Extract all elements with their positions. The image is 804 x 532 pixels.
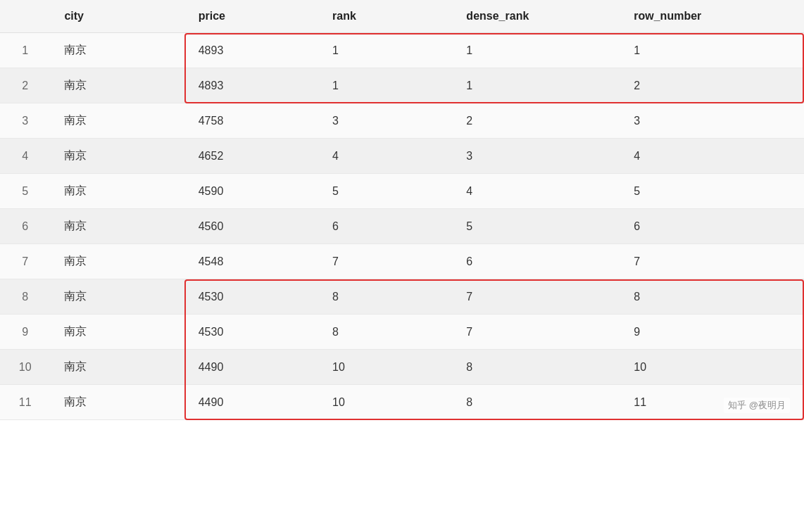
cell-row-number: 6 xyxy=(620,209,804,244)
cell-city: 南京 xyxy=(50,209,184,244)
cell-index: 6 xyxy=(0,209,50,244)
cell-price: 4893 xyxy=(184,68,318,103)
cell-row-number: 2 xyxy=(620,68,804,103)
cell-row-number: 8 xyxy=(620,279,804,315)
cell-dense-rank: 1 xyxy=(452,68,620,103)
cell-price: 4490 xyxy=(184,385,318,420)
cell-dense-rank: 7 xyxy=(452,315,620,350)
table-row: 9南京4530879 xyxy=(0,315,804,350)
cell-price: 4530 xyxy=(184,315,318,350)
col-header-rank: rank xyxy=(318,0,452,33)
table-row: 7南京4548767 xyxy=(0,244,804,279)
table-row: 6南京4560656 xyxy=(0,209,804,244)
cell-dense-rank: 6 xyxy=(452,244,620,279)
cell-dense-rank: 1 xyxy=(452,33,620,68)
table-row: 5南京4590545 xyxy=(0,174,804,209)
table-row: 2南京4893112 xyxy=(0,68,804,103)
table-row: 3南京4758323 xyxy=(0,103,804,139)
cell-rank: 8 xyxy=(318,315,452,350)
cell-city: 南京 xyxy=(50,350,184,385)
watermark: 知乎 @夜明月 xyxy=(724,398,790,413)
col-header-dense-rank: dense_rank xyxy=(452,0,620,33)
cell-city: 南京 xyxy=(50,315,184,350)
cell-dense-rank: 3 xyxy=(452,139,620,174)
col-header-index xyxy=(0,0,50,33)
cell-index: 11 xyxy=(0,385,50,420)
cell-price: 4560 xyxy=(184,209,318,244)
table-row: 11南京449010811 xyxy=(0,385,804,420)
cell-index: 10 xyxy=(0,350,50,385)
cell-city: 南京 xyxy=(50,68,184,103)
cell-dense-rank: 7 xyxy=(452,279,620,315)
table-row: 8南京4530878 xyxy=(0,279,804,315)
cell-rank: 10 xyxy=(318,350,452,385)
cell-index: 1 xyxy=(0,33,50,68)
cell-city: 南京 xyxy=(50,103,184,139)
cell-rank: 1 xyxy=(318,33,452,68)
cell-city: 南京 xyxy=(50,385,184,420)
cell-rank: 1 xyxy=(318,68,452,103)
cell-index: 7 xyxy=(0,244,50,279)
cell-price: 4758 xyxy=(184,103,318,139)
cell-rank: 4 xyxy=(318,139,452,174)
cell-index: 2 xyxy=(0,68,50,103)
cell-index: 4 xyxy=(0,139,50,174)
table-row: 1南京4893111 xyxy=(0,33,804,68)
cell-row-number: 9 xyxy=(620,315,804,350)
cell-price: 4652 xyxy=(184,139,318,174)
cell-city: 南京 xyxy=(50,279,184,315)
data-table: city price rank dense_rank row_number 1南… xyxy=(0,0,804,420)
cell-row-number: 5 xyxy=(620,174,804,209)
table-body: 1南京48931112南京48931123南京47583234南京4652434… xyxy=(0,33,804,420)
col-header-row-number: row_number xyxy=(620,0,804,33)
cell-index: 9 xyxy=(0,315,50,350)
cell-rank: 6 xyxy=(318,209,452,244)
cell-city: 南京 xyxy=(50,174,184,209)
cell-dense-rank: 5 xyxy=(452,209,620,244)
cell-rank: 10 xyxy=(318,385,452,420)
cell-row-number: 10 xyxy=(620,350,804,385)
cell-rank: 5 xyxy=(318,174,452,209)
table-container: city price rank dense_rank row_number 1南… xyxy=(0,0,804,420)
cell-row-number: 3 xyxy=(620,103,804,139)
col-header-price: price xyxy=(184,0,318,33)
cell-price: 4490 xyxy=(184,350,318,385)
cell-row-number: 1 xyxy=(620,33,804,68)
cell-dense-rank: 2 xyxy=(452,103,620,139)
cell-price: 4530 xyxy=(184,279,318,315)
cell-rank: 3 xyxy=(318,103,452,139)
table-row: 4南京4652434 xyxy=(0,139,804,174)
cell-rank: 8 xyxy=(318,279,452,315)
cell-city: 南京 xyxy=(50,244,184,279)
table-header-row: city price rank dense_rank row_number xyxy=(0,0,804,33)
cell-dense-rank: 4 xyxy=(452,174,620,209)
cell-row-number: 4 xyxy=(620,139,804,174)
table-row: 10南京449010810 xyxy=(0,350,804,385)
cell-dense-rank: 8 xyxy=(452,350,620,385)
cell-index: 3 xyxy=(0,103,50,139)
cell-price: 4548 xyxy=(184,244,318,279)
cell-city: 南京 xyxy=(50,139,184,174)
cell-price: 4893 xyxy=(184,33,318,68)
cell-index: 8 xyxy=(0,279,50,315)
col-header-city: city xyxy=(50,0,184,33)
cell-index: 5 xyxy=(0,174,50,209)
cell-city: 南京 xyxy=(50,33,184,68)
cell-row-number: 7 xyxy=(620,244,804,279)
cell-rank: 7 xyxy=(318,244,452,279)
cell-price: 4590 xyxy=(184,174,318,209)
cell-dense-rank: 8 xyxy=(452,385,620,420)
